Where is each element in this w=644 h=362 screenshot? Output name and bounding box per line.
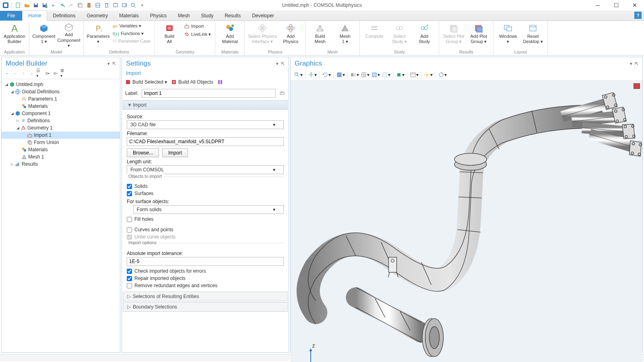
render-icon[interactable]: ▾ xyxy=(371,71,380,79)
zoom-icon[interactable]: +▾ xyxy=(294,71,303,79)
label-input[interactable] xyxy=(142,89,276,98)
screenshot-icon[interactable]: ▾ xyxy=(438,71,447,79)
nav-down-icon[interactable]: ↓ xyxy=(28,70,35,76)
paste-icon[interactable] xyxy=(85,1,93,9)
add-component-button[interactable]: Add Component ▾ xyxy=(57,22,81,48)
section-boundary-header[interactable]: ▷Boundary Selections xyxy=(123,302,288,312)
windows-button[interactable]: Windows ▾ xyxy=(496,22,520,48)
undo-icon[interactable] xyxy=(58,1,66,9)
save-as-icon[interactable] xyxy=(41,1,49,9)
tree-geometry1[interactable]: ◢Geometry 1 xyxy=(2,124,120,132)
wireframe-icon[interactable]: ▾ xyxy=(361,71,369,79)
tree-definitions[interactable]: ▷≡Definitions xyxy=(2,117,120,124)
qat-8-icon[interactable] xyxy=(120,1,128,9)
settings-dropdown-icon[interactable]: ▾ xyxy=(276,61,279,66)
label-link-icon[interactable] xyxy=(279,90,285,97)
curves-checkbox[interactable] xyxy=(127,227,132,232)
collapse-icon[interactable]: ☰ ▾ xyxy=(36,70,43,76)
select-study-button[interactable]: Select Study ▾ xyxy=(387,22,411,48)
select-plot-group-button[interactable]: Select Plot Group ▾ xyxy=(442,22,466,48)
maximize-button[interactable]: ☐ xyxy=(607,0,625,10)
add-material-button[interactable]: Add Material xyxy=(218,22,242,48)
graphics-canvas[interactable]: z x y xyxy=(291,81,642,362)
tree-mesh1[interactable]: Mesh 1 xyxy=(2,153,120,160)
orient-icon[interactable]: ▾ xyxy=(308,71,317,79)
reset-desktop-button[interactable]: Reset Desktop ▾ xyxy=(521,22,545,48)
parameter-case-button[interactable]: PiParameter Case xyxy=(111,38,152,44)
tab-home[interactable]: Home xyxy=(22,10,47,21)
section-selections-header[interactable]: ▷Selections of Resulting Entities xyxy=(123,292,288,301)
surfaces-checkbox[interactable] xyxy=(127,191,132,196)
build-selected-button[interactable]: Build Selected ▾ xyxy=(125,79,167,85)
select-render-icon[interactable]: ▾ xyxy=(382,71,390,79)
search-icon[interactable] xyxy=(129,1,137,9)
tab-mesh[interactable]: Mesh xyxy=(172,11,195,21)
parameters-button[interactable]: PiParameters ▾ xyxy=(86,22,110,48)
application-builder-button[interactable]: AApplication Builder xyxy=(2,22,27,48)
select-object-icon[interactable]: ▾ xyxy=(396,71,405,79)
nav-back-icon[interactable]: ← xyxy=(4,70,10,76)
tab-materials[interactable]: Materials xyxy=(114,11,144,21)
fill-holes-checkbox[interactable] xyxy=(127,217,132,222)
add-study-button[interactable]: Add Study xyxy=(412,22,436,48)
graphics-indicator-icon[interactable] xyxy=(634,83,640,89)
view2-icon[interactable]: ≡▫ xyxy=(52,70,59,76)
repair-checkbox[interactable] xyxy=(127,276,132,281)
run-icon[interactable]: ▸ xyxy=(50,1,58,9)
select-physics-button[interactable]: Select Physics Interface ▾ xyxy=(247,22,278,48)
tree-parameters1[interactable]: PiParameters 1 xyxy=(2,95,120,103)
tab-file[interactable]: File xyxy=(0,11,22,21)
import-button[interactable]: Import xyxy=(182,23,213,30)
source-select[interactable]: 3D CAD file▾ xyxy=(127,120,284,129)
remove-redundant-checkbox[interactable] xyxy=(127,283,132,288)
transparency-icon[interactable]: ▾ xyxy=(350,71,359,79)
check-errors-checkbox[interactable] xyxy=(127,269,132,274)
import-action-button[interactable]: Import xyxy=(162,148,188,157)
mesh1-button[interactable]: Mesh 1 ▾ xyxy=(333,22,357,48)
open-icon[interactable] xyxy=(23,1,31,9)
functions-button[interactable]: f(x)Functions ▾ xyxy=(111,30,152,37)
rotate-icon[interactable]: ▾ xyxy=(322,71,331,79)
tab-definitions[interactable]: Definitions xyxy=(47,11,81,21)
tab-study[interactable]: Study xyxy=(195,11,219,21)
redo-icon[interactable] xyxy=(67,1,75,9)
tree-import1[interactable]: Import 1 xyxy=(2,132,120,139)
save-icon[interactable] xyxy=(32,1,40,9)
section-import-header[interactable]: ▼Import xyxy=(123,100,288,110)
tree-root[interactable]: ◢Untitled.mph xyxy=(2,81,120,88)
view3-icon[interactable]: ≣ ▾ xyxy=(60,70,67,76)
browse-button[interactable]: Browse... xyxy=(127,148,159,157)
build-all-objects-button[interactable]: Build All Objects xyxy=(171,79,213,85)
build-mesh-button[interactable]: Build Mesh xyxy=(308,22,332,48)
delete-icon[interactable] xyxy=(103,1,111,9)
minimize-button[interactable]: ─ xyxy=(588,0,607,10)
tab-developer[interactable]: Developer xyxy=(246,11,280,21)
qat-7-icon[interactable] xyxy=(111,1,120,9)
tree-component1[interactable]: ◢Component 1 xyxy=(2,110,120,117)
copy-icon[interactable] xyxy=(76,1,84,9)
tree-global-definitions[interactable]: ◢Global Definitions xyxy=(2,88,120,95)
add-physics-button[interactable]: Add Physics xyxy=(279,22,303,48)
qat-dropdown-icon[interactable]: ▾ xyxy=(138,1,146,9)
length-unit-select[interactable]: From COMSOL▾ xyxy=(127,165,284,174)
close-button[interactable]: ✕ xyxy=(625,0,644,10)
tree-materials-global[interactable]: Materials xyxy=(2,103,120,110)
build-all-button[interactable]: Build All xyxy=(157,22,182,48)
tab-geometry[interactable]: Geometry xyxy=(81,11,114,21)
tab-physics[interactable]: Physics xyxy=(144,11,172,21)
solids-checkbox[interactable] xyxy=(127,184,132,189)
nav-forward-icon[interactable]: → xyxy=(12,70,19,76)
component1-button[interactable]: Component 1 ▾ xyxy=(32,22,56,48)
filename-input[interactable] xyxy=(127,137,284,146)
tree-form-union[interactable]: Form Union xyxy=(2,139,120,146)
graphics-pin-icon[interactable]: ⇱ xyxy=(635,61,638,66)
tree-materials-comp[interactable]: Materials xyxy=(2,146,120,153)
compute-button[interactable]: Compute xyxy=(362,22,386,48)
settings-pin-icon[interactable]: ⇱ xyxy=(281,61,285,66)
variables-button[interactable]: a=Variables ▾ xyxy=(111,23,152,29)
panel-dropdown-icon[interactable]: ▾ xyxy=(107,61,110,66)
panel-pin-icon[interactable]: ⇱ xyxy=(112,61,116,66)
qat-5-icon[interactable] xyxy=(94,1,102,9)
tab-results[interactable]: Results xyxy=(219,11,246,21)
view1-icon[interactable]: ≡▪ xyxy=(44,70,51,76)
